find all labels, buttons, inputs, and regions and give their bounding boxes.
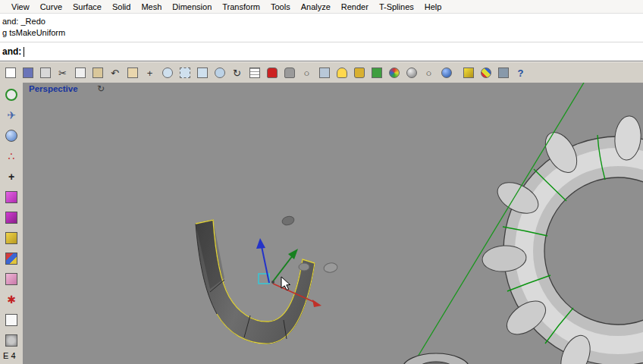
viewport-3d-canvas[interactable] xyxy=(23,83,643,364)
gumball-z-arrow[interactable] xyxy=(262,246,269,283)
tsplines-box-icon[interactable] xyxy=(3,189,20,206)
zoom-extents-icon[interactable] xyxy=(194,65,210,81)
new-file-icon[interactable] xyxy=(2,65,18,81)
toolbar-separator xyxy=(456,65,459,81)
render-red-icon[interactable] xyxy=(264,65,280,81)
menu-solid[interactable]: Solid xyxy=(107,1,136,13)
menu-render[interactable]: Render xyxy=(336,1,374,13)
menu-surface[interactable]: Surface xyxy=(67,1,107,13)
light-icon[interactable] xyxy=(334,65,350,81)
command-prompt-label: and: xyxy=(2,46,21,57)
help-icon[interactable]: ? xyxy=(513,65,529,81)
point-cloud-icon[interactable] xyxy=(316,65,332,81)
perspective-viewport[interactable]: Perspective ↻ xyxy=(23,83,643,364)
gears-icon[interactable] xyxy=(3,332,20,349)
options-gear-icon[interactable] xyxy=(478,65,494,81)
print-icon[interactable] xyxy=(37,65,53,81)
menu-tools[interactable]: Tools xyxy=(265,1,296,13)
color-wheel-icon[interactable] xyxy=(386,65,402,81)
menu-bar: View Curve Surface Solid Mesh Dimension … xyxy=(0,0,643,14)
move-icon[interactable]: + xyxy=(142,65,158,81)
asterisk-icon[interactable]: ✱ xyxy=(3,291,20,308)
gumball-y-arrow[interactable] xyxy=(273,256,293,281)
undo-icon[interactable]: ↶ xyxy=(107,65,123,81)
status-text: E 4 xyxy=(3,351,16,360)
menu-view[interactable]: View xyxy=(6,1,35,13)
multi-box-icon[interactable] xyxy=(3,250,20,267)
ribbon-object[interactable] xyxy=(196,220,315,344)
paste-icon[interactable] xyxy=(89,65,105,81)
grid-snap-icon[interactable] xyxy=(246,65,262,81)
gumball-z-arrowhead[interactable] xyxy=(256,238,265,249)
circle-tool-icon[interactable]: ○ xyxy=(299,65,315,81)
render-gray-icon[interactable] xyxy=(281,65,297,81)
menu-mesh[interactable]: Mesh xyxy=(136,1,167,13)
panel-icon[interactable] xyxy=(3,312,20,328)
zoom-selected-icon[interactable] xyxy=(212,65,227,81)
points-icon[interactable]: ∴ xyxy=(3,148,20,165)
sphere-icon[interactable] xyxy=(403,65,419,81)
zoom-window-icon[interactable] xyxy=(177,65,193,81)
gumball-y-arrowhead[interactable] xyxy=(288,249,298,259)
menu-tsplines[interactable]: T-Splines xyxy=(374,1,419,13)
gear-object[interactable] xyxy=(481,115,643,364)
command-history-line: g tsMakeUniform xyxy=(2,27,641,39)
rotate-view-icon[interactable]: ↻ xyxy=(229,65,245,81)
text-caret xyxy=(24,47,24,57)
menu-help[interactable]: Help xyxy=(419,1,447,13)
lock-icon[interactable] xyxy=(351,65,367,81)
bottom-object[interactable] xyxy=(403,353,469,364)
globe-icon[interactable] xyxy=(3,127,20,144)
blue-sphere-icon[interactable] xyxy=(438,65,454,81)
selection-filter-icon[interactable] xyxy=(460,65,476,81)
axis-icon[interactable]: + xyxy=(3,168,20,185)
menu-curve[interactable]: Curve xyxy=(35,1,67,13)
menu-transform[interactable]: Transform xyxy=(217,1,265,13)
yellow-box-icon[interactable] xyxy=(3,230,20,246)
gumball-x-arrowhead[interactable] xyxy=(312,300,322,307)
copy-icon[interactable] xyxy=(72,65,88,81)
left-tool-sidebar: ✈ ∴ + ✱ xyxy=(0,83,24,364)
viewport-rotate-icon[interactable]: ↻ xyxy=(97,83,105,94)
tsplines-box-alt-icon[interactable] xyxy=(3,209,20,226)
tsplines-toolbar-icon[interactable] xyxy=(495,65,511,81)
plane-icon[interactable]: ✈ xyxy=(3,107,20,124)
menu-analyze[interactable]: Analyze xyxy=(296,1,336,13)
viewport-title[interactable]: Perspective xyxy=(29,84,78,93)
gumball-origin-dot xyxy=(271,281,274,284)
menu-dimension[interactable]: Dimension xyxy=(167,1,217,13)
pan-view-icon[interactable] xyxy=(124,65,140,81)
command-history: and: _Redo g tsMakeUniform xyxy=(0,14,643,44)
save-icon[interactable] xyxy=(20,65,36,81)
command-prompt[interactable]: and: xyxy=(0,42,643,62)
layers-icon[interactable] xyxy=(369,65,384,81)
command-history-line: and: _Redo xyxy=(2,16,641,27)
cut-icon[interactable]: ✂ xyxy=(55,65,71,81)
power-icon[interactable] xyxy=(3,86,20,103)
circle-outline-icon[interactable]: ○ xyxy=(421,65,437,81)
main-toolbar: ✂ ↶ + ↻ ○ ○ ? xyxy=(0,61,643,84)
zoom-dynamic-icon[interactable] xyxy=(159,65,175,81)
eraser-icon[interactable] xyxy=(3,271,20,287)
